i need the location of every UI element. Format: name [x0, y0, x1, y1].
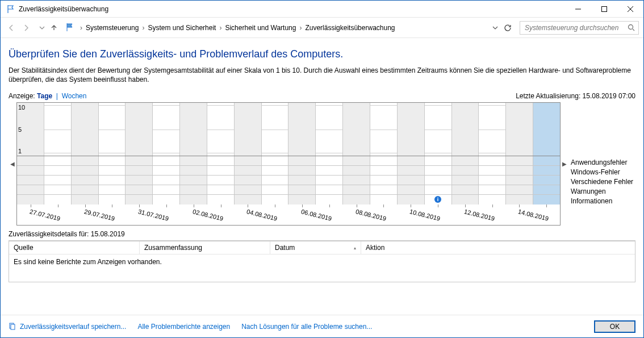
chart-column[interactable]: [315, 103, 342, 156]
title-bar: Zuverlässigkeitsüberwachung: [1, 1, 643, 18]
breadcrumb[interactable]: › Systemsteuerung › System und Sicherhei…: [78, 23, 487, 33]
y-label: 10: [18, 104, 25, 111]
x-axis-label: 06.08.2019: [300, 208, 332, 222]
breadcrumb-dropdown[interactable]: [492, 25, 498, 31]
column-header-summary[interactable]: Zusammenfassung: [140, 241, 270, 254]
empty-message: Es sind keine Berichte zum Anzeigen vorh…: [9, 254, 635, 282]
chevron-right-icon: ›: [78, 24, 85, 32]
flag-icon: [6, 5, 15, 14]
search-field[interactable]: [524, 23, 628, 32]
chart-column[interactable]: [179, 103, 207, 156]
view-selector: Anzeige: Tage | Wochen: [9, 92, 86, 100]
ok-button[interactable]: OK: [594, 320, 635, 333]
x-axis-label: 14.08.2019: [517, 208, 549, 222]
breadcrumb-item[interactable]: System und Sicherheit: [147, 23, 217, 33]
scroll-left-button[interactable]: ◀: [9, 102, 16, 226]
sort-indicator-icon: ▴: [354, 245, 356, 251]
forward-button[interactable]: [20, 21, 34, 35]
x-axis-label: 12.08.2019: [463, 208, 495, 222]
chart-column[interactable]: [152, 103, 179, 156]
save-history-link[interactable]: Zuverlässigkeitsverlauf speichern...: [9, 323, 126, 331]
close-button[interactable]: [617, 1, 643, 18]
page-title: Überprüfen Sie den Zuverlässigkeits- und…: [9, 48, 635, 60]
svg-point-1: [629, 25, 633, 30]
details-title: Zuverlässigkeitsdetails für: 15.08.2019: [9, 230, 635, 238]
search-icon: [628, 24, 635, 31]
y-label: 1: [18, 148, 25, 155]
view-days-link[interactable]: Tage: [37, 92, 52, 100]
y-label: 5: [18, 126, 25, 133]
chart-column[interactable]: [44, 103, 71, 156]
save-icon: [9, 323, 16, 331]
breadcrumb-item[interactable]: Zuverlässigkeitsüberwachung: [304, 23, 396, 33]
search-solutions-link[interactable]: Nach Lösungen für alle Probleme suchen..…: [241, 323, 372, 331]
chevron-right-icon: ›: [217, 24, 224, 32]
chart-column[interactable]: [424, 103, 451, 156]
back-button[interactable]: [4, 21, 18, 35]
x-axis-label: 04.08.2019: [246, 208, 278, 222]
up-button[interactable]: [47, 21, 61, 35]
breadcrumb-item[interactable]: Sicherheit und Wartung: [224, 23, 297, 33]
scroll-right-button[interactable]: ▶: [561, 102, 568, 226]
window-title: Zuverlässigkeitsüberwachung: [19, 5, 565, 13]
x-axis-label: 10.08.2019: [409, 208, 441, 222]
view-label: Anzeige:: [9, 92, 35, 100]
x-axis-label: 27.07.2019: [29, 208, 61, 222]
breadcrumb-item[interactable]: Systemsteuerung: [85, 23, 140, 33]
svg-rect-0: [602, 6, 607, 11]
chart-column[interactable]: [98, 103, 126, 156]
chart-column[interactable]: [207, 103, 234, 156]
chart-column[interactable]: [71, 103, 98, 156]
chart-column[interactable]: [451, 103, 479, 156]
row-label: Informationen: [571, 197, 635, 206]
view-all-reports-link[interactable]: Alle Problemberichte anzeigen: [137, 323, 230, 331]
svg-rect-3: [11, 324, 15, 329]
chart-column[interactable]: [234, 103, 261, 156]
maximize-button[interactable]: [591, 1, 617, 18]
chart-column[interactable]: [261, 103, 288, 156]
minimize-button[interactable]: [565, 1, 591, 18]
chart-column[interactable]: [533, 103, 560, 156]
x-axis-label: 02.08.2019: [192, 208, 224, 222]
chart-column[interactable]: [370, 103, 397, 156]
chevron-right-icon: ›: [140, 24, 147, 32]
refresh-button[interactable]: [504, 24, 512, 32]
row-label: Warnungen: [571, 187, 635, 197]
x-axis-label: 08.08.2019: [355, 208, 387, 222]
x-axis-label: 29.07.2019: [83, 208, 115, 222]
reliability-chart[interactable]: 10 5 1 i 27.07.201929.07.201931.07.20190…: [16, 102, 561, 226]
column-header-date[interactable]: Datum▴: [270, 241, 361, 254]
history-dropdown[interactable]: [39, 25, 45, 31]
flag-icon: [65, 23, 76, 33]
chart-column[interactable]: [288, 103, 315, 156]
row-label: Verschiedene Fehler: [571, 177, 635, 187]
page-description: Der Stabilitätsindex dient der Bewertung…: [9, 66, 635, 84]
row-label: Windows-Fehler: [571, 168, 635, 177]
chart-column[interactable]: [397, 103, 424, 156]
chart-column[interactable]: [505, 103, 533, 156]
chart-column[interactable]: [125, 103, 152, 156]
nav-bar: › Systemsteuerung › System und Sicherhei…: [1, 18, 643, 38]
column-header-source[interactable]: Quelle: [9, 241, 140, 254]
row-label: Anwendungsfehler: [571, 158, 635, 168]
last-update: Letzte Aktualisierung: 15.08.2019 07:00: [516, 92, 635, 100]
details-table: Quelle Zusammenfassung Datum▴ Aktion Es …: [9, 240, 635, 282]
search-input[interactable]: [520, 21, 639, 35]
x-axis-label: 31.07.2019: [137, 208, 169, 222]
view-weeks-link[interactable]: Wochen: [62, 92, 87, 100]
chart-column[interactable]: [478, 103, 505, 156]
column-header-action[interactable]: Aktion: [361, 241, 635, 254]
chart-column[interactable]: [342, 103, 370, 156]
chevron-right-icon: ›: [297, 24, 304, 32]
